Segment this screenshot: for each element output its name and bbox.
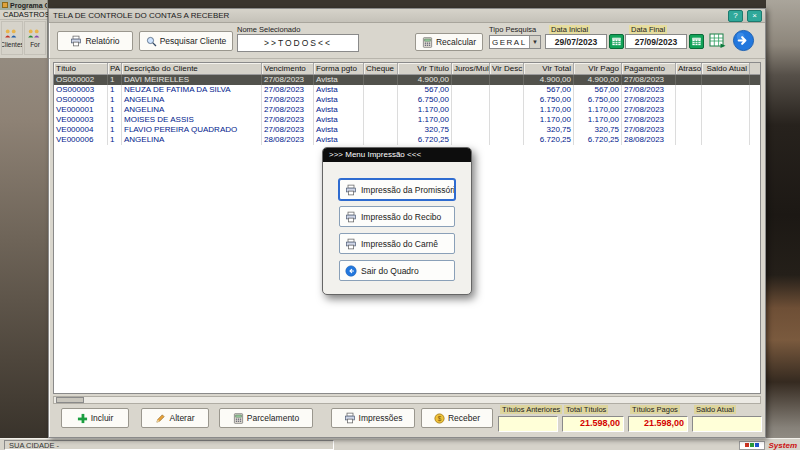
data-inicial-calendar-button[interactable] (609, 34, 624, 49)
calendar-icon (691, 36, 702, 47)
table-row[interactable]: OS0000051ANGELINA27/08/2023Avista6.750,0… (54, 95, 760, 105)
table-row[interactable]: VE0000011ANGELINA27/08/2023Avista1.170,0… (54, 105, 760, 115)
people-icon (26, 28, 44, 40)
impressao-recibo-button[interactable]: Impressão do Recibo (339, 206, 455, 227)
table-cell: 320,75 (574, 125, 622, 135)
table-cell: VE000006 (54, 135, 108, 145)
table-cell (364, 125, 398, 135)
table-cell (364, 105, 398, 115)
desktop-wallpaper-left (0, 0, 48, 438)
toolbar-fornecedores-button[interactable]: For (24, 21, 46, 55)
table-row[interactable]: VE0000061ANGELINA28/08/2023Avista6.720,2… (54, 135, 760, 145)
impressao-carne-button[interactable]: Impressão do Carnê (339, 233, 455, 254)
alterar-button[interactable]: Alterar (141, 408, 209, 428)
table-cell: 1 (108, 105, 122, 115)
impressoes-button[interactable]: Impressões (331, 408, 415, 428)
column-header[interactable]: Vencimento (262, 63, 314, 74)
toolbar-clientes-label: Clientes (1, 41, 23, 48)
table-cell: 28/08/2023 (622, 135, 676, 145)
column-header[interactable]: Juros/Multa (452, 63, 490, 74)
table-cell: 28/08/2023 (262, 135, 314, 145)
grid-body: OS0000021DAVI MEIRELLES27/08/2023Avista4… (54, 75, 760, 145)
table-row[interactable]: OS0000031NEUZA DE FATIMA DA SILVA27/08/2… (54, 85, 760, 95)
receber-button[interactable]: $ Receber (421, 408, 493, 428)
table-cell (702, 95, 750, 105)
pencil-icon (155, 413, 166, 424)
help-button[interactable]: ? (728, 10, 743, 22)
refresh-arrow-button[interactable] (731, 28, 756, 53)
table-cell: OS000002 (54, 75, 108, 85)
table-row[interactable]: OS0000021DAVI MEIRELLES27/08/2023Avista4… (54, 75, 760, 85)
table-cell (676, 85, 702, 95)
column-header[interactable]: Pagamento (622, 63, 676, 74)
menu-cadastros[interactable]: CADASTROS (0, 10, 47, 20)
table-cell: 6.720,25 (574, 135, 622, 145)
table-cell: 1.170,00 (574, 105, 622, 115)
table-cell (676, 135, 702, 145)
impressao-promissoria-button[interactable]: Impressão da Promissória (339, 179, 455, 200)
close-button[interactable]: × (747, 10, 762, 22)
horizontal-scrollbar[interactable] (53, 396, 761, 404)
table-cell (702, 85, 750, 95)
column-header[interactable]: Vlr Título (398, 63, 452, 74)
sair-do-quadro-button[interactable]: Sair do Quadro (339, 260, 455, 281)
data-final-field[interactable]: 27/09/2023 (625, 34, 687, 49)
window-footer: Incluir Alterar Parcelamento Impressões (49, 404, 765, 438)
table-cell: ANGELINA (122, 105, 262, 115)
column-header[interactable]: Descrição do Cliente (122, 63, 262, 74)
table-cell (452, 85, 490, 95)
printer-icon (345, 211, 357, 223)
table-cell: Avista (314, 95, 364, 105)
column-header[interactable]: Vlr Total (524, 63, 574, 74)
table-cell: 27/08/2023 (622, 125, 676, 135)
table-cell: 1 (108, 135, 122, 145)
background-app-title: Programa C (10, 2, 47, 9)
nome-selecionado-field[interactable]: >>TODOS<< (237, 34, 359, 52)
nome-selecionado-label: Nome Selecionado (237, 25, 300, 34)
tipo-pesquisa-select[interactable]: GERAL ▼ (489, 35, 541, 49)
table-cell (490, 135, 524, 145)
table-row[interactable]: VE0000031MOISES DE ASSIS27/08/2023Avista… (54, 115, 760, 125)
table-cell: 6.720,25 (398, 135, 452, 145)
table-cell: 27/08/2023 (622, 105, 676, 115)
svg-text:$: $ (438, 414, 442, 421)
printer-icon (70, 35, 82, 47)
table-cell: 27/08/2023 (262, 115, 314, 125)
column-header[interactable]: Atraso (676, 63, 702, 74)
table-cell (490, 85, 524, 95)
column-header[interactable]: Vlr Desc. (490, 63, 524, 74)
table-cell: 6.720,25 (524, 135, 574, 145)
column-header[interactable]: Forma pgto (314, 63, 364, 74)
column-header[interactable]: Saldo Atual (702, 63, 750, 74)
parcelamento-button[interactable]: Parcelamento (219, 408, 313, 428)
recalcular-button[interactable]: Recalcular (415, 33, 483, 51)
data-inicial-field[interactable]: 29/07/2023 (545, 34, 607, 49)
column-header[interactable]: Vlr Pago (574, 63, 622, 74)
tray-dot-icon (745, 443, 749, 447)
table-cell (364, 95, 398, 105)
table-cell (676, 125, 702, 135)
scrollbar-thumb[interactable] (56, 397, 84, 403)
column-header[interactable]: Título (54, 63, 108, 74)
table-cell (364, 75, 398, 85)
table-cell: 320,75 (524, 125, 574, 135)
table-cell: 27/08/2023 (262, 105, 314, 115)
toolbar-fornecedores-label: For (30, 41, 40, 48)
incluir-button[interactable]: Incluir (61, 408, 129, 428)
column-header[interactable]: PA (108, 63, 122, 74)
table-cell: DAVI MEIRELLES (122, 75, 262, 85)
toolbar-clientes-button[interactable]: Clientes (1, 21, 23, 55)
printer-icon (345, 238, 357, 250)
export-grid-button[interactable] (708, 31, 727, 50)
column-header[interactable]: Cheque (364, 63, 398, 74)
tray-icons[interactable] (739, 441, 765, 450)
table-cell: 1.170,00 (574, 115, 622, 125)
relatorio-button[interactable]: Relatório (57, 31, 133, 51)
status-city: SUA CIDADE - (4, 440, 334, 450)
table-cell: VE000001 (54, 105, 108, 115)
pesquisar-cliente-button[interactable]: Pesquisar Cliente (139, 31, 233, 51)
calendar-icon (611, 36, 622, 47)
data-final-calendar-button[interactable] (689, 34, 704, 49)
table-row[interactable]: VE0000041FLAVIO PEREIRA QUADRADO27/08/20… (54, 125, 760, 135)
table-cell (452, 105, 490, 115)
